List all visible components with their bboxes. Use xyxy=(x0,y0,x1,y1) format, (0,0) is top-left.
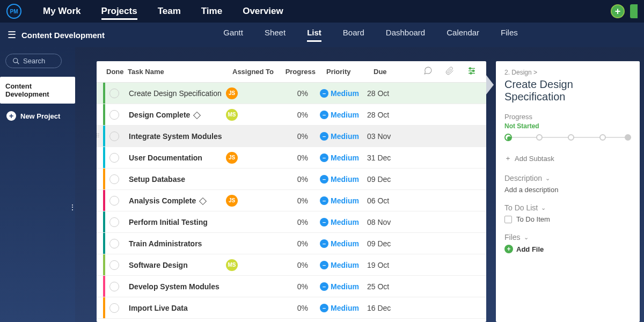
task-name[interactable]: Develop System Modules xyxy=(121,282,226,291)
done-checkbox[interactable] xyxy=(109,131,119,141)
tab-list[interactable]: List xyxy=(307,28,321,42)
progress-cell[interactable]: 0% xyxy=(277,111,320,119)
task-row[interactable]: Perform Initial Testing0%–Medium08 Nov xyxy=(97,211,486,233)
done-checkbox[interactable] xyxy=(109,174,119,184)
tab-sheet[interactable]: Sheet xyxy=(265,28,286,42)
tab-board[interactable]: Board xyxy=(343,28,364,42)
topnav-projects[interactable]: Projects xyxy=(101,6,137,20)
priority-cell[interactable]: –Medium xyxy=(320,218,367,226)
priority-cell[interactable]: –Medium xyxy=(320,282,367,291)
progress-cell[interactable]: 0% xyxy=(277,218,320,226)
done-checkbox[interactable] xyxy=(109,260,119,270)
priority-cell[interactable]: –Medium xyxy=(320,239,367,248)
task-row[interactable]: Design Complete MS0%–Medium28 Oct xyxy=(97,104,486,126)
avatar[interactable]: MS xyxy=(226,109,238,121)
brand-logo[interactable]: PM xyxy=(6,4,21,19)
task-name[interactable]: User Documentation xyxy=(121,153,226,162)
due-cell[interactable]: 09 Dec xyxy=(367,239,410,248)
avatar[interactable]: JS xyxy=(226,152,238,164)
task-name[interactable]: Integrate System Modules xyxy=(121,132,226,141)
due-cell[interactable]: 06 Oct xyxy=(367,196,410,205)
due-cell[interactable]: 28 Oct xyxy=(367,111,410,119)
due-cell[interactable]: 19 Oct xyxy=(367,261,410,269)
done-checkbox[interactable] xyxy=(109,239,119,248)
header-green-box[interactable] xyxy=(630,4,638,18)
add-subtask-button[interactable]: ＋ Add Subtask xyxy=(504,153,631,163)
task-name[interactable]: Train Administrators xyxy=(121,239,226,248)
attachment-icon[interactable] xyxy=(445,67,454,77)
task-row[interactable]: Analysis Complete JS0%–Medium06 Oct xyxy=(97,190,486,211)
task-row[interactable]: User DocumentationJS0%–Medium31 Dec xyxy=(97,147,486,169)
assignee-cell[interactable]: JS xyxy=(226,195,277,207)
task-row[interactable]: Import Live Data0%–Medium16 Dec xyxy=(97,297,486,319)
done-checkbox[interactable] xyxy=(109,303,119,313)
priority-cell[interactable]: –Medium xyxy=(320,261,367,269)
assignee-cell[interactable]: MS xyxy=(226,109,277,121)
add-file-button[interactable]: + Add File xyxy=(504,245,631,253)
priority-cell[interactable]: –Medium xyxy=(320,304,367,312)
task-row[interactable]: Create Design SpecificationJS0%–Medium28… xyxy=(97,83,486,104)
tab-dashboard[interactable]: Dashboard xyxy=(386,28,425,42)
todo-item[interactable]: To Do Item xyxy=(504,215,631,223)
filter-icon[interactable] xyxy=(467,66,477,78)
priority-cell[interactable]: –Medium xyxy=(320,89,367,98)
progress-cell[interactable]: 0% xyxy=(277,153,320,162)
breadcrumb[interactable]: 2. Design > xyxy=(504,69,631,76)
priority-cell[interactable]: –Medium xyxy=(320,196,367,205)
due-cell[interactable]: 09 Dec xyxy=(367,175,410,184)
new-project-button[interactable]: + New Project xyxy=(5,109,70,123)
drag-handle-icon[interactable]: ⠿ xyxy=(97,133,100,140)
col-due[interactable]: Due xyxy=(374,68,416,76)
progress-cell[interactable]: 0% xyxy=(277,304,320,312)
hamburger-icon[interactable]: ☰ xyxy=(8,29,16,41)
topnav-team[interactable]: Team xyxy=(158,6,181,18)
col-done[interactable]: Done xyxy=(106,68,128,76)
search-input[interactable]: Search xyxy=(5,54,62,68)
comment-icon[interactable] xyxy=(423,66,433,77)
done-checkbox[interactable] xyxy=(109,110,119,120)
priority-cell[interactable]: –Medium xyxy=(320,153,367,162)
due-cell[interactable]: 03 Nov xyxy=(367,132,410,141)
avatar[interactable]: JS xyxy=(226,195,238,207)
done-checkbox[interactable] xyxy=(109,217,119,227)
sidebar-collapse-icon[interactable]: ⋮ xyxy=(69,203,76,211)
done-checkbox[interactable] xyxy=(109,153,119,163)
checkbox-icon[interactable] xyxy=(504,216,512,223)
due-cell[interactable]: 16 Dec xyxy=(367,304,410,312)
todo-section[interactable]: To Do List ⌄ xyxy=(504,203,631,212)
priority-cell[interactable]: –Medium xyxy=(320,111,367,119)
progress-cell[interactable]: 0% xyxy=(277,175,320,184)
done-checkbox[interactable] xyxy=(109,89,119,98)
files-section[interactable]: Files ⌄ xyxy=(504,233,631,241)
done-checkbox[interactable] xyxy=(109,282,119,291)
task-row[interactable]: Develop System Modules0%–Medium25 Oct xyxy=(97,276,486,297)
topnav-my-work[interactable]: My Work xyxy=(43,6,81,18)
due-cell[interactable]: 28 Oct xyxy=(367,89,410,98)
task-name[interactable]: Create Design Specification xyxy=(121,89,226,98)
col-assigned[interactable]: Assigned To xyxy=(232,68,283,76)
task-name[interactable]: Perform Initial Testing xyxy=(121,218,226,226)
progress-cell[interactable]: 0% xyxy=(277,196,320,205)
task-row[interactable]: Software DesignMS0%–Medium19 Oct xyxy=(97,254,486,276)
description-section[interactable]: Description ⌄ xyxy=(504,174,631,182)
due-cell[interactable]: 31 Dec xyxy=(367,153,410,162)
task-row[interactable]: ⠿Integrate System Modules0%–Medium03 Nov xyxy=(97,126,486,147)
avatar[interactable]: JS xyxy=(226,87,238,99)
description-input[interactable]: Add a description xyxy=(504,186,631,194)
avatar[interactable]: MS xyxy=(226,259,238,271)
progress-cell[interactable]: 0% xyxy=(277,132,320,141)
due-cell[interactable]: 25 Oct xyxy=(367,282,410,291)
tab-files[interactable]: Files xyxy=(501,28,518,42)
priority-cell[interactable]: –Medium xyxy=(320,175,367,184)
assignee-cell[interactable]: MS xyxy=(226,259,277,271)
col-name[interactable]: Task Name xyxy=(128,68,232,76)
progress-cell[interactable]: 0% xyxy=(277,261,320,269)
progress-cell[interactable]: 0% xyxy=(277,239,320,248)
global-add-button[interactable]: + xyxy=(611,4,625,18)
task-row[interactable]: Train Administrators0%–Medium09 Dec xyxy=(97,233,486,254)
col-priority[interactable]: Priority xyxy=(326,68,374,76)
topnav-time[interactable]: Time xyxy=(201,6,222,18)
progress-cell[interactable]: 0% xyxy=(277,282,320,291)
progress-cell[interactable]: 0% xyxy=(277,89,320,98)
done-checkbox[interactable] xyxy=(109,196,119,206)
